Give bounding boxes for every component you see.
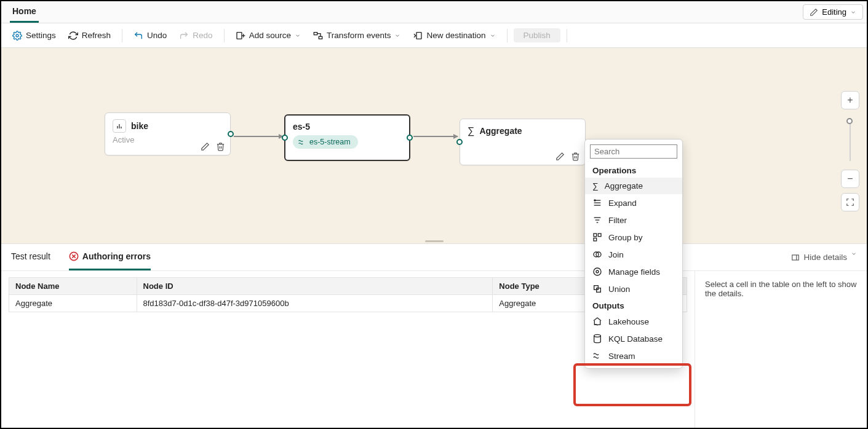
svg-point-0 (16, 34, 18, 37)
menu-item-lakehouse[interactable]: Lakehouse (585, 313, 682, 330)
panel-resize-handle[interactable] (1, 238, 867, 243)
svg-point-13 (594, 200, 595, 201)
node-title: es-5 (293, 122, 310, 132)
pencil-icon[interactable] (555, 152, 565, 161)
input-port[interactable] (282, 135, 288, 141)
stream-chip[interactable]: es-5-stream (293, 135, 358, 149)
chevron-down-icon (394, 33, 400, 39)
svg-rect-17 (594, 234, 597, 237)
dropdown-section-heading: Outputs (585, 297, 682, 313)
bar-chart-icon (113, 119, 126, 133)
filter-icon (592, 215, 602, 225)
menu-item-group-by[interactable]: Group by (585, 229, 682, 246)
gear-icon (12, 31, 22, 41)
tab-authoring-errors[interactable]: Authoring errors (69, 244, 151, 270)
output-port[interactable] (407, 135, 413, 141)
svg-rect-1 (237, 32, 242, 39)
transform-icon (313, 31, 323, 41)
menu-item-filter[interactable]: Filter (585, 211, 682, 229)
svg-rect-4 (314, 32, 317, 34)
zoom-thumb[interactable] (846, 118, 853, 124)
node-source-bike[interactable]: bike Active (105, 112, 231, 155)
search-input[interactable] (590, 144, 677, 159)
input-port[interactable] (456, 139, 463, 145)
undo-button[interactable]: Undo (129, 28, 172, 43)
add-source-button[interactable]: Add source (231, 28, 306, 43)
cell-node-id[interactable]: 8fd183d7-0d1c-df38-d47f-3d971059600b (137, 295, 493, 312)
edge (413, 136, 458, 137)
svg-rect-18 (598, 234, 601, 237)
col-header[interactable]: Node Name (9, 278, 137, 295)
svg-point-22 (596, 270, 599, 273)
fit-to-screen-button[interactable] (841, 193, 859, 211)
trash-icon[interactable] (571, 152, 580, 161)
pencil-icon[interactable] (201, 142, 210, 151)
menu-item-stream[interactable]: Stream (585, 347, 682, 364)
svg-rect-5 (319, 36, 322, 39)
menu-item-kql-database[interactable]: KQL Database (585, 330, 682, 347)
toolbar: Settings Refresh Undo Redo Add source Tr… (1, 23, 867, 48)
chevron-down-icon (850, 9, 856, 15)
menu-item-manage-fields[interactable]: Manage fields (585, 263, 682, 280)
edge (234, 136, 283, 137)
trash-icon[interactable] (216, 142, 225, 151)
toolbar-divider (122, 29, 122, 42)
detail-pane: Select a cell in the table on the left t… (695, 271, 867, 428)
svg-point-23 (594, 268, 601, 275)
tab-bar: Home Editing (1, 1, 867, 23)
undo-icon (133, 31, 143, 41)
svg-rect-19 (594, 238, 597, 241)
zoom-in-button[interactable]: + (841, 91, 859, 109)
stream-icon (592, 351, 602, 361)
menu-item-expand[interactable]: Expand (585, 194, 682, 211)
dropdown-section-heading: Operations (585, 162, 682, 178)
chevron-down-icon (295, 33, 301, 39)
tab-test-result[interactable]: Test result (11, 244, 50, 270)
canvas[interactable]: bike Active es-5 es-5-stream (1, 48, 867, 238)
settings-button[interactable]: Settings (7, 28, 61, 43)
toolbar-divider (567, 29, 567, 42)
destination-icon (413, 31, 423, 41)
menu-item-union[interactable]: Union (585, 280, 682, 297)
join-icon (592, 250, 602, 259)
cell-node-name[interactable]: Aggregate (9, 295, 137, 312)
chevron-down-icon (851, 251, 857, 257)
menu-item-aggregate[interactable]: ∑ Aggregate (585, 178, 682, 194)
database-icon (592, 334, 602, 344)
detail-placeholder-text: Select a cell in the table on the left t… (705, 280, 856, 298)
node-aggregate[interactable]: ∑ Aggregate (460, 119, 586, 165)
publish-button[interactable]: Publish (514, 28, 560, 42)
svg-rect-6 (416, 32, 421, 39)
hide-details-button[interactable]: Hide details (791, 253, 857, 262)
tab-home[interactable]: Home (10, 1, 39, 23)
refresh-button[interactable]: Refresh (63, 28, 116, 43)
zoom-slider[interactable] (850, 118, 851, 161)
output-port[interactable] (228, 131, 234, 137)
toolbar-divider (224, 29, 225, 42)
fit-icon (846, 198, 854, 207)
manage-fields-icon (592, 267, 602, 277)
new-destination-button[interactable]: New destination (408, 28, 500, 43)
col-header[interactable]: Node ID (137, 278, 493, 295)
operations-dropdown: Operations ∑ Aggregate Expand Filter Gro… (584, 139, 683, 369)
union-icon (592, 284, 602, 294)
redo-icon (179, 31, 189, 41)
error-icon (69, 251, 79, 261)
group-by-icon (592, 232, 602, 242)
bottom-panel: Test result Authoring errors Hide detail… (1, 243, 867, 428)
editing-mode-button[interactable]: Editing (803, 4, 863, 20)
redo-button[interactable]: Redo (174, 28, 217, 43)
node-title: Aggregate (479, 126, 522, 136)
node-stream-es5[interactable]: es-5 es-5-stream (284, 114, 410, 161)
transform-events-button[interactable]: Transform events (308, 28, 406, 43)
zoom-panel: + − (841, 91, 859, 211)
menu-item-join[interactable]: Join (585, 246, 682, 263)
svg-point-26 (594, 334, 601, 337)
svg-rect-30 (792, 254, 799, 259)
editing-mode-label: Editing (822, 7, 846, 17)
pencil-icon (810, 8, 818, 17)
node-title: bike (131, 121, 148, 131)
expand-icon (592, 198, 602, 208)
refresh-icon (68, 31, 78, 41)
zoom-out-button[interactable]: − (841, 170, 859, 188)
